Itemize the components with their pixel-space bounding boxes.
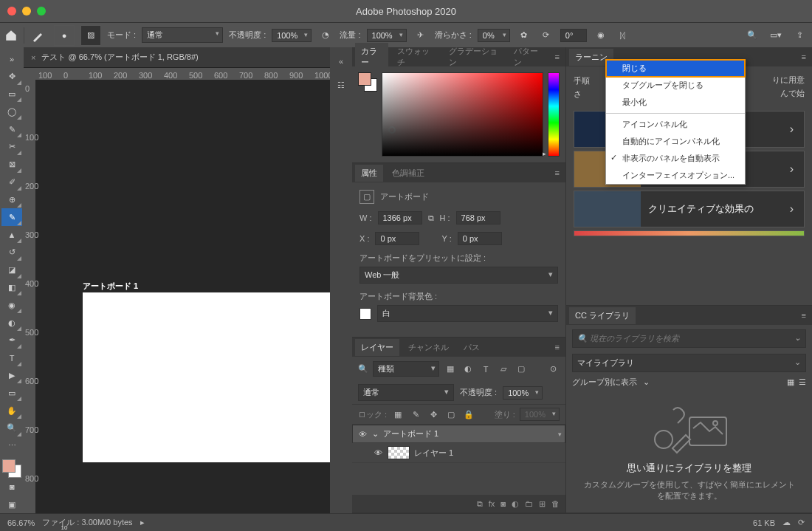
hand-tool[interactable]: ✋ <box>1 402 22 419</box>
y-input[interactable]: 0 px <box>458 232 502 245</box>
hue-strip[interactable] <box>548 72 560 157</box>
layer-row[interactable]: 👁 レイヤー 1 <box>352 443 565 463</box>
expand-icon[interactable]: ⌄ <box>372 429 379 439</box>
share-icon[interactable]: ⇪ <box>791 27 808 44</box>
brush-tool[interactable]: ✎ <box>1 208 22 226</box>
home-icon[interactable] <box>4 29 18 42</box>
layer-opacity-input[interactable]: 100% <box>503 386 543 400</box>
opacity-select[interactable]: 100% <box>272 29 312 42</box>
lasso-tool[interactable]: ◯ <box>1 103 22 120</box>
menu-item[interactable]: 自動的にアイコンパネル化 <box>606 133 745 150</box>
filter-shape-icon[interactable]: ▱ <box>497 363 510 376</box>
fill-input[interactable]: 100% <box>520 408 560 421</box>
history-panel-icon[interactable]: ☷ <box>333 77 349 93</box>
link-wh-icon[interactable]: ⧉ <box>428 213 434 223</box>
lock-artboard-icon[interactable]: ▢ <box>444 408 458 421</box>
quick-select-tool[interactable]: ✎ <box>1 120 22 138</box>
pressure-opacity-icon[interactable]: ◔ <box>317 27 334 44</box>
collapse-toolbar-icon[interactable]: » <box>1 50 22 68</box>
zoom-tool[interactable]: 🔍 <box>1 419 22 437</box>
new-group-icon[interactable]: 🗀 <box>525 499 533 508</box>
gradient-tool[interactable]: ◧ <box>1 279 22 297</box>
filter-smart-icon[interactable]: ▢ <box>515 363 528 376</box>
dodge-tool[interactable]: ◐ <box>1 314 22 332</box>
flow-select[interactable]: 100% <box>367 29 407 42</box>
bgcolor-select[interactable]: 白 <box>377 305 558 322</box>
filter-pixel-icon[interactable]: ▦ <box>444 363 457 376</box>
layer-mask-icon[interactable]: ◙ <box>500 499 506 508</box>
type-tool[interactable]: T <box>1 349 22 367</box>
tab-patterns[interactable]: パターン <box>508 43 548 71</box>
lock-pixels-icon[interactable]: ✎ <box>409 408 422 421</box>
menu-item[interactable]: 閉じる <box>606 60 745 77</box>
tab-paths[interactable]: パス <box>458 339 486 356</box>
x-input[interactable]: 0 px <box>375 232 419 245</box>
cloud-sync-icon[interactable]: ☁ <box>782 518 791 527</box>
layers-panel-menu-icon[interactable]: ≡ <box>552 343 562 352</box>
healing-tool[interactable]: ⊕ <box>1 191 22 209</box>
tab-properties[interactable]: 属性 <box>355 165 383 182</box>
symmetry-icon[interactable]: ᛞ <box>615 27 631 44</box>
path-select-tool[interactable]: ▶ <box>1 367 22 385</box>
tab-swatches[interactable]: スウォッチ <box>391 43 439 71</box>
angle-input[interactable]: 0° <box>560 29 587 42</box>
link-layers-icon[interactable]: ⧉ <box>477 499 483 509</box>
learn-card-thumb[interactable] <box>574 230 805 236</box>
filter-type-icon[interactable]: T <box>479 363 492 376</box>
close-window-icon[interactable] <box>7 7 16 16</box>
bgcolor-swatch[interactable] <box>359 308 371 320</box>
airbrush-icon[interactable]: ✈ <box>413 27 429 44</box>
cclib-search-input[interactable]: 🔍 現在のライブラリを検索 <box>572 329 806 348</box>
blur-tool[interactable]: ◉ <box>1 296 22 314</box>
delete-layer-icon[interactable]: 🗑 <box>551 499 560 508</box>
eraser-tool[interactable]: ◪ <box>1 261 22 279</box>
cclib-library-select[interactable]: マイライブラリ <box>572 354 806 372</box>
width-input[interactable]: 1366 px <box>378 211 422 225</box>
maximize-window-icon[interactable] <box>37 7 46 16</box>
learn-card[interactable]: クリエイティブな効果の› <box>574 191 805 227</box>
artboard-label[interactable]: アートボード 1 <box>83 281 138 292</box>
workspace-icon[interactable]: ▭▾ <box>768 27 784 44</box>
brush-panel-toggle[interactable]: ▨ <box>80 25 101 46</box>
crop-tool[interactable]: ✂ <box>1 138 22 156</box>
new-layer-icon[interactable]: ⊞ <box>539 499 546 509</box>
pressure-size-icon[interactable]: ◉ <box>593 27 609 44</box>
pen-tool[interactable]: ✒ <box>1 332 22 349</box>
close-tab-icon[interactable]: × <box>31 53 35 62</box>
tab-adjustments[interactable]: 色調補正 <box>386 165 430 182</box>
layer-kind-filter[interactable]: 種類 <box>373 361 439 377</box>
sync-settings-icon[interactable]: ⟳ <box>798 518 805 527</box>
search-icon[interactable]: 🔍 <box>744 27 760 44</box>
menu-item[interactable]: インターフェイスオプション... <box>606 167 745 184</box>
smoothing-select[interactable]: 0% <box>478 29 510 42</box>
tab-color[interactable]: カラー <box>355 43 388 71</box>
screen-mode-icon[interactable]: ▣ <box>1 496 22 513</box>
cclib-panel-menu-icon[interactable]: ≡ <box>799 311 809 320</box>
color-fg-bg-swatch[interactable] <box>358 72 377 92</box>
blend-mode-select[interactable]: 通常 <box>142 27 223 43</box>
learn-panel-menu-icon[interactable]: ≡ <box>799 52 809 61</box>
artboard[interactable] <box>83 292 330 462</box>
layer-fx-icon[interactable]: fx <box>489 499 495 508</box>
visibility-icon[interactable]: 👁 <box>357 430 368 439</box>
lock-transparency-icon[interactable]: ▦ <box>391 408 405 421</box>
tab-cclibrary[interactable]: CC ライブラリ <box>569 307 636 324</box>
tab-gradients[interactable]: グラデーション <box>443 43 506 71</box>
frame-tool[interactable]: ⊠ <box>1 156 22 174</box>
document-tab[interactable]: × テスト @ 66.7% (アートボード 1, RGB/8#) <box>24 47 330 68</box>
tab-layers[interactable]: レイヤー <box>355 339 399 356</box>
visibility-icon[interactable]: 👁 <box>373 448 383 457</box>
lock-all-icon[interactable]: 🔒 <box>462 408 475 421</box>
move-tool[interactable]: ✥ <box>1 68 22 86</box>
edit-toolbar-icon[interactable]: ⋯ <box>1 437 22 455</box>
quick-mask-icon[interactable]: ◙ <box>1 478 22 496</box>
smoothing-options-icon[interactable]: ✿ <box>516 27 532 44</box>
lock-position-icon[interactable]: ✥ <box>427 408 440 421</box>
clone-stamp-tool[interactable]: ▲ <box>1 226 22 244</box>
cclib-grid-view-icon[interactable]: ▦ <box>787 377 794 387</box>
menu-item[interactable]: 最小化 <box>606 94 745 111</box>
color-field[interactable] <box>382 72 543 157</box>
new-fill-icon[interactable]: ◐ <box>512 499 519 509</box>
layer-blend-select[interactable]: 通常 <box>358 384 454 401</box>
marquee-tool[interactable]: ▭ <box>1 86 22 103</box>
